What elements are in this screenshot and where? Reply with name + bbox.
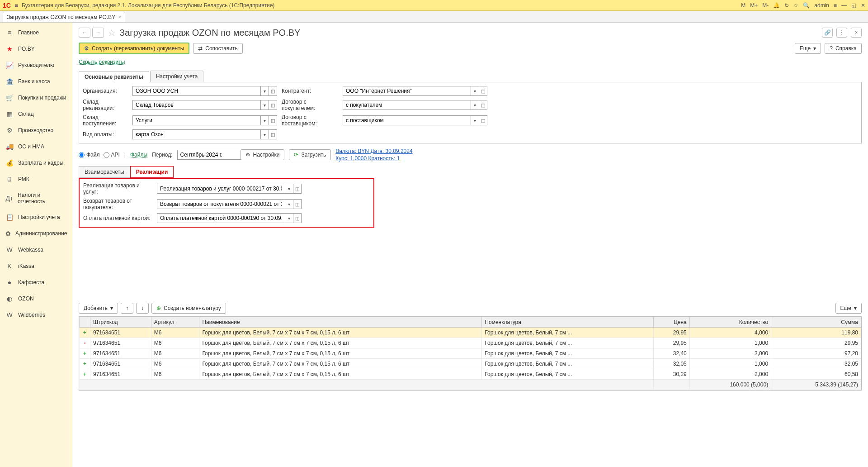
- wh-sale-input[interactable]: [132, 100, 261, 110]
- sidebar-item-16[interactable]: ◐OZON: [0, 291, 72, 307]
- create-documents-button[interactable]: ⚙ Создать (перезаполнить) документы: [79, 43, 189, 54]
- col-barcode[interactable]: Штрихкод: [90, 317, 151, 328]
- table-row[interactable]: +971634651M6Горшок для цветов, Белый, 7 …: [80, 328, 861, 338]
- contr-buyer-input[interactable]: [343, 100, 471, 110]
- move-up-button[interactable]: ↑: [121, 303, 133, 314]
- move-down-button[interactable]: ↓: [136, 303, 149, 314]
- period-input[interactable]: [177, 150, 251, 160]
- sidebar-item-7[interactable]: 🚚ОС и НМА: [0, 138, 72, 155]
- compare-button[interactable]: ⇄ Сопоставить: [193, 43, 242, 54]
- close-app-icon[interactable]: ✕: [861, 2, 865, 9]
- sidebar-item-4[interactable]: 🛒Покупки и продажи: [0, 90, 72, 106]
- wh-in-input[interactable]: [132, 115, 261, 125]
- sidebar-item-11[interactable]: 📋Настройки учета: [0, 209, 72, 225]
- tab-main-reqs[interactable]: Основные реквизиты: [79, 71, 149, 82]
- sidebar-item-2[interactable]: 📈Руководителю: [0, 57, 72, 73]
- sidebar-item-5[interactable]: ▦Склад: [0, 106, 72, 122]
- col-nomenclature[interactable]: Номенклатура: [482, 317, 654, 328]
- sidebar-item-17[interactable]: WWildberries: [0, 307, 72, 323]
- open-icon[interactable]: ◫: [293, 213, 302, 223]
- open-icon[interactable]: ◫: [479, 86, 487, 96]
- col-qty[interactable]: Количество: [689, 317, 771, 328]
- dropdown-icon[interactable]: ▾: [285, 199, 293, 209]
- memory-m[interactable]: M: [741, 2, 745, 9]
- table-row[interactable]: +971634651M6Горшок для цветов, Белый, 7 …: [80, 348, 861, 359]
- dropdown-icon[interactable]: ▾: [285, 184, 293, 194]
- dropdown-icon[interactable]: ▾: [261, 115, 269, 125]
- table-row[interactable]: +971634651M6Горшок для цветов, Белый, 7 …: [80, 369, 861, 380]
- sidebar-item-14[interactable]: KiKassa: [0, 258, 72, 274]
- sidebar-item-1[interactable]: ★PO.BY: [0, 41, 72, 57]
- settings-button[interactable]: ⚙Настройки: [241, 149, 285, 160]
- nav-forward-button[interactable]: →: [92, 28, 104, 38]
- sidebar-item-15[interactable]: ●Каффеста: [0, 274, 72, 291]
- open-icon[interactable]: ◫: [293, 199, 302, 209]
- star-icon[interactable]: ☆: [793, 2, 798, 9]
- dropdown-icon[interactable]: ▾: [471, 100, 479, 110]
- dropdown-icon[interactable]: ▾: [261, 129, 269, 139]
- kebab-icon[interactable]: ⋮: [836, 28, 847, 38]
- help-button[interactable]: ? Справка: [825, 43, 862, 54]
- history-icon[interactable]: ↻: [784, 2, 789, 9]
- radio-file[interactable]: Файл: [79, 152, 100, 158]
- sidebar-item-0[interactable]: ≡Главное: [0, 24, 72, 41]
- open-icon[interactable]: ◫: [269, 129, 277, 139]
- currency-date-link[interactable]: Валюта: BYN Дата: 30.09.2024: [335, 148, 412, 154]
- contr-supplier-input[interactable]: [343, 115, 471, 125]
- open-icon[interactable]: ◫: [479, 115, 487, 125]
- tab-settlements[interactable]: Взаиморасчеты: [79, 166, 130, 178]
- memory-mminus[interactable]: M-: [762, 2, 769, 9]
- dropdown-icon[interactable]: ▾: [471, 115, 479, 125]
- more-icon[interactable]: ≡: [834, 2, 837, 9]
- add-button[interactable]: Добавить ▾: [79, 303, 118, 314]
- rate-link[interactable]: Курс: 1,0000 Кратность: 1: [335, 155, 412, 162]
- more-button[interactable]: Еще ▾: [795, 43, 821, 54]
- close-tab-icon[interactable]: ×: [118, 14, 121, 20]
- menu-icon[interactable]: ≡: [14, 2, 18, 9]
- memory-mplus[interactable]: M+: [750, 2, 758, 9]
- open-icon[interactable]: ◫: [479, 100, 487, 110]
- files-link[interactable]: Файлы: [130, 152, 147, 158]
- close-page-icon[interactable]: ×: [851, 28, 862, 38]
- load-button[interactable]: ⟳Загрузить: [289, 149, 331, 160]
- search-icon[interactable]: 🔍: [803, 2, 810, 9]
- attach-icon[interactable]: 🔗: [822, 28, 833, 38]
- open-icon[interactable]: ◫: [269, 86, 277, 96]
- nav-back-button[interactable]: ←: [79, 28, 90, 38]
- sidebar-item-12[interactable]: ✿Администрирование: [0, 225, 72, 242]
- dropdown-icon[interactable]: ▾: [471, 86, 479, 96]
- sidebar-item-10[interactable]: ДтНалоги и отчетность: [0, 187, 72, 209]
- table-row[interactable]: +971634651M6Горшок для цветов, Белый, 7 …: [80, 359, 861, 369]
- favorite-star-icon[interactable]: ☆: [108, 27, 116, 38]
- doc-return-input[interactable]: [157, 199, 285, 209]
- hide-requisites-link[interactable]: Скрыть реквизиты: [79, 59, 125, 65]
- radio-api[interactable]: API: [104, 152, 120, 158]
- dropdown-icon[interactable]: ▾: [285, 213, 293, 223]
- doc-card-input[interactable]: [157, 213, 285, 223]
- table-more-button[interactable]: Еще ▾: [835, 303, 862, 314]
- open-icon[interactable]: ◫: [269, 100, 277, 110]
- pay-input[interactable]: [132, 129, 261, 139]
- restore-icon[interactable]: ◱: [851, 2, 856, 9]
- open-tab[interactable]: Загрузка продаж OZON по месяцам PO.BY ×: [3, 12, 125, 22]
- sidebar-item-3[interactable]: 🏦Банк и касса: [0, 73, 72, 90]
- table-row[interactable]: -971634651M6Горшок для цветов, Белый, 7 …: [80, 338, 861, 348]
- create-nomenclature-button[interactable]: ⊕Создать номенклатуру: [151, 303, 226, 314]
- tab-accounting[interactable]: Настройки учета: [150, 71, 204, 82]
- col-name[interactable]: Наименование: [199, 317, 482, 328]
- open-icon[interactable]: ◫: [269, 115, 277, 125]
- col-price[interactable]: Цена: [654, 317, 689, 328]
- dropdown-icon[interactable]: ▾: [261, 100, 269, 110]
- col-sum[interactable]: Сумма: [771, 317, 861, 328]
- doc-sale-input[interactable]: [157, 184, 285, 194]
- contragent-input[interactable]: [343, 86, 471, 96]
- bell-icon[interactable]: 🔔: [773, 2, 780, 9]
- sidebar-item-8[interactable]: 💰Зарплата и кадры: [0, 155, 72, 171]
- dropdown-icon[interactable]: ▾: [261, 86, 269, 96]
- user-label[interactable]: admin: [814, 2, 829, 9]
- minimize-icon[interactable]: —: [841, 2, 847, 9]
- col-article[interactable]: Артикул: [151, 317, 199, 328]
- sidebar-item-6[interactable]: ⚙Производство: [0, 122, 72, 138]
- org-input[interactable]: [132, 86, 261, 96]
- open-icon[interactable]: ◫: [293, 184, 302, 194]
